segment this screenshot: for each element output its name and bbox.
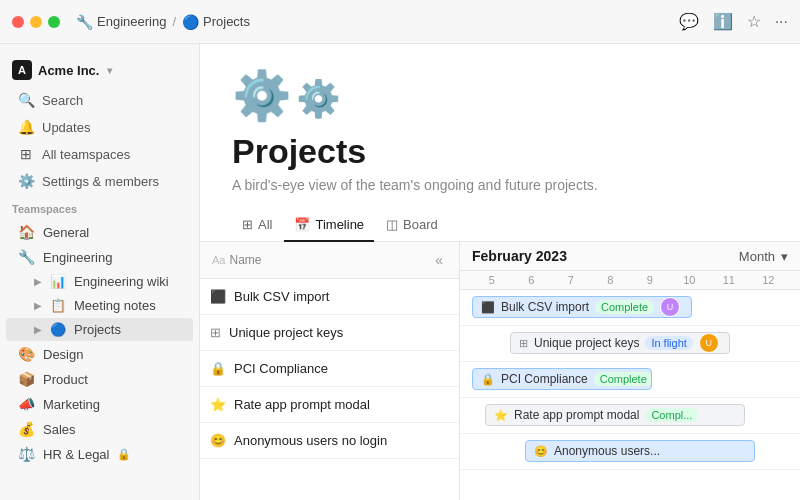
sidebar-item-marketing[interactable]: 📣 Marketing: [6, 392, 193, 416]
hr-icon: ⚖️: [18, 446, 35, 462]
product-icon: 📦: [18, 371, 35, 387]
teamspaces-label: Teamspaces: [0, 195, 199, 219]
all-tab-icon: ⊞: [242, 217, 253, 232]
timeline-bar-bulk-csv[interactable]: ⬛ Bulk CSV import Complete U: [472, 296, 692, 318]
sales-icon: 💰: [18, 421, 35, 437]
sidebar-item-sales[interactable]: 💰 Sales: [6, 417, 193, 441]
sidebar-item-engineering[interactable]: 🔧 Engineering: [6, 245, 193, 269]
sidebar-item-engineering-wiki[interactable]: ▶ 📊 Engineering wiki: [6, 270, 193, 293]
workspace-chevron: ▾: [107, 65, 112, 76]
month-nav[interactable]: Month ▾: [739, 249, 788, 264]
sidebar-item-projects[interactable]: ▶ 🔵 Projects: [6, 318, 193, 341]
titlebar: 🔧 Engineering / 🔵 Projects 💬 ℹ️ ☆ ···: [0, 0, 800, 44]
chevron-icon3: ▶: [34, 324, 42, 335]
timeline-header: February 2023 Month ▾: [460, 242, 800, 271]
teamspaces-icon: ⊞: [18, 146, 34, 162]
timeline-tab-icon: 📅: [294, 217, 310, 232]
chat-icon[interactable]: 💬: [679, 12, 699, 31]
star-icon[interactable]: ☆: [747, 12, 761, 31]
notes-icon: 📋: [50, 298, 66, 313]
bulk-csv-badge: Complete: [595, 300, 654, 314]
timeline-bar-rate-app[interactable]: ⭐ Rate app prompt modal Compl...: [485, 404, 745, 426]
unique-keys-badge: In flight: [645, 336, 692, 350]
pci-icon: 🔒: [210, 361, 226, 376]
table-row: 😊 Anonymous users no login: [200, 423, 459, 459]
unique-keys-avatars: U: [699, 333, 719, 353]
titlebar-actions: 💬 ℹ️ ☆ ···: [679, 12, 788, 31]
sidebar-item-hr-legal[interactable]: ⚖️ HR & Legal 🔒: [6, 442, 193, 466]
date-8: 8: [591, 271, 631, 289]
timeline-bar-unique-keys[interactable]: ⊞ Unique project keys In flight U: [510, 332, 730, 354]
page-description: A bird's-eye view of the team's ongoing …: [232, 177, 768, 193]
minimize-dot[interactable]: [30, 16, 42, 28]
maximize-dot[interactable]: [48, 16, 60, 28]
date-5: 5: [472, 271, 512, 289]
timeline-dates: 5 6 7 8 9 10 11 12: [460, 271, 800, 290]
rate-app-badge: Compl...: [645, 408, 698, 422]
timeline-row-bulk-csv: ⬛ Bulk CSV import Complete U: [460, 290, 800, 326]
timeline-right-panel: February 2023 Month ▾ 5 6 7 8 9 10 11 12: [460, 242, 800, 500]
collapse-button[interactable]: «: [431, 250, 447, 270]
name-column-header: Aa Name: [212, 253, 261, 267]
breadcrumb: 🔧 Engineering / 🔵 Projects: [76, 14, 679, 30]
date-11: 11: [709, 271, 749, 289]
sidebar-item-general[interactable]: 🏠 General: [6, 220, 193, 244]
breadcrumb-engineering[interactable]: 🔧 Engineering: [76, 14, 166, 30]
month-label: February 2023: [472, 248, 567, 264]
design-icon: 🎨: [18, 346, 35, 362]
engineering-icon: 🔧: [18, 249, 35, 265]
sidebar-item-meeting-notes[interactable]: ▶ 📋 Meeting notes: [6, 294, 193, 317]
sidebar-item-search[interactable]: 🔍 Search: [6, 87, 193, 113]
close-dot[interactable]: [12, 16, 24, 28]
chevron-icon: ▶: [34, 276, 42, 287]
bulk-csv-bar-icon: ⬛: [481, 301, 495, 314]
wiki-icon: 📊: [50, 274, 66, 289]
timeline-row-unique-keys: ⊞ Unique project keys In flight U: [460, 326, 800, 362]
sidebar-item-all-teamspaces[interactable]: ⊞ All teamspaces: [6, 141, 193, 167]
avatar: U: [660, 297, 680, 317]
timeline-left-header: Aa Name «: [200, 242, 459, 279]
marketing-icon: 📣: [18, 396, 35, 412]
pci-badge: Complete: [594, 372, 652, 386]
anon-users-icon: 😊: [210, 433, 226, 448]
sidebar-item-settings[interactable]: ⚙️ Settings & members: [6, 168, 193, 194]
tab-timeline[interactable]: 📅 Timeline: [284, 209, 374, 242]
sidebar-item-updates[interactable]: 🔔 Updates: [6, 114, 193, 140]
unique-keys-icon: ⊞: [210, 325, 221, 340]
main-layout: A Acme Inc. ▾ 🔍 Search 🔔 Updates ⊞ All t…: [0, 44, 800, 500]
unique-keys-bar-icon: ⊞: [519, 337, 528, 350]
page-icon: ⚙️ ⚙️: [232, 68, 768, 124]
tab-all[interactable]: ⊞ All: [232, 209, 282, 242]
window-controls: [12, 16, 60, 28]
content-area: ⚙️ ⚙️ Projects A bird's-eye view of the …: [200, 44, 800, 500]
info-icon[interactable]: ℹ️: [713, 12, 733, 31]
avatar: U: [699, 333, 719, 353]
timeline-bar-anon[interactable]: 😊 Anonymous users...: [525, 440, 755, 462]
tabs-bar: ⊞ All 📅 Timeline ◫ Board: [200, 209, 800, 242]
page-header: ⚙️ ⚙️ Projects A bird's-eye view of the …: [200, 44, 800, 209]
workspace-selector[interactable]: A Acme Inc. ▾: [0, 54, 199, 86]
general-icon: 🏠: [18, 224, 35, 240]
updates-icon: 🔔: [18, 119, 34, 135]
timeline-row-rate-app: ⭐ Rate app prompt modal Compl...: [460, 398, 800, 434]
sidebar-item-design[interactable]: 🎨 Design: [6, 342, 193, 366]
aa-icon: Aa: [212, 254, 225, 266]
timeline-body: ⬛ Bulk CSV import Complete U ⊞ Unique p: [460, 290, 800, 500]
table-row: ⊞ Unique project keys: [200, 315, 459, 351]
breadcrumb-projects[interactable]: 🔵 Projects: [182, 14, 250, 30]
date-7: 7: [551, 271, 591, 289]
tab-board[interactable]: ◫ Board: [376, 209, 448, 242]
table-row: 🔒 PCI Compliance: [200, 351, 459, 387]
date-10: 10: [670, 271, 710, 289]
anon-bar-icon: 😊: [534, 445, 548, 458]
timeline-left-panel: Aa Name « ⬛ Bulk CSV import ⊞ Unique pro…: [200, 242, 460, 500]
timeline-bar-pci[interactable]: 🔒 PCI Compliance Complete U: [472, 368, 652, 390]
sidebar-item-product[interactable]: 📦 Product: [6, 367, 193, 391]
bulk-csv-avatars: U: [660, 297, 680, 317]
timeline-row-pci: 🔒 PCI Compliance Complete U: [460, 362, 800, 398]
settings-icon: ⚙️: [18, 173, 34, 189]
board-tab-icon: ◫: [386, 217, 398, 232]
table-row: ⬛ Bulk CSV import: [200, 279, 459, 315]
workspace-icon: A: [12, 60, 32, 80]
more-icon[interactable]: ···: [775, 13, 788, 31]
